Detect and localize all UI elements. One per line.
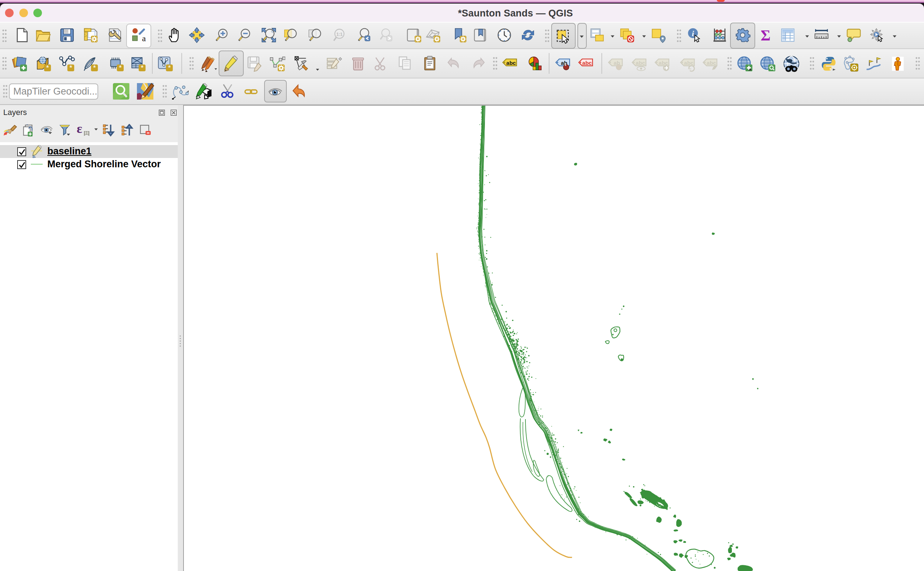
svg-text:*: * xyxy=(119,63,122,72)
svg-text:abc: abc xyxy=(507,60,516,66)
svg-text:abc: abc xyxy=(636,60,646,66)
svg-text:*: * xyxy=(69,63,72,72)
svg-text:ε: ε xyxy=(77,122,82,136)
svg-text:abc: abc xyxy=(684,60,694,66)
svg-text:abc: abc xyxy=(707,60,717,66)
svg-text:*: * xyxy=(46,63,49,72)
svg-text:*: * xyxy=(141,63,144,72)
svg-text:i: i xyxy=(692,29,694,38)
svg-text:*: * xyxy=(168,63,171,72)
svg-text:a: a xyxy=(142,34,146,43)
svg-text:1:1: 1:1 xyxy=(336,32,343,37)
svg-text:abc: abc xyxy=(583,60,592,66)
svg-text:*: * xyxy=(93,63,96,72)
svg-text:Σ: Σ xyxy=(760,27,771,43)
